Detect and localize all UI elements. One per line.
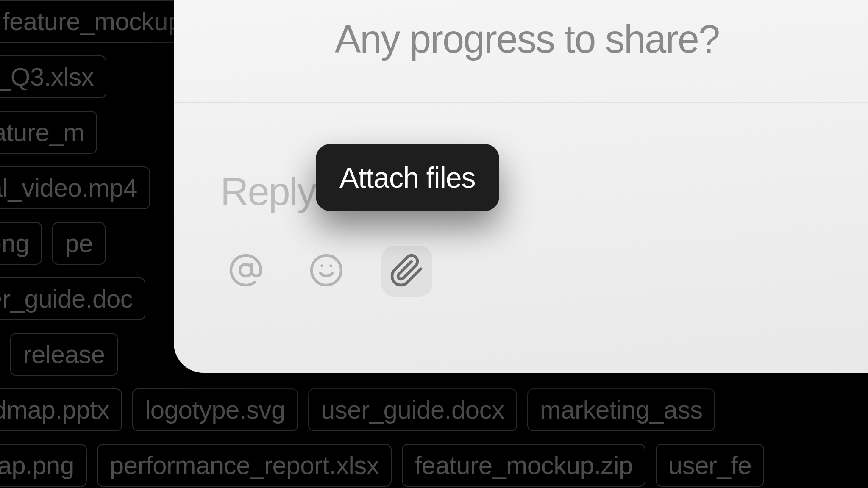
file-chip: feature_m [0,111,97,154]
file-chip: iser_guide.doc [0,277,145,320]
file-chip: oduct_roadmap.pptx [0,388,122,431]
file-chip: ary_Q3.xlsx [0,55,106,98]
file-chip: atmap.png [0,222,42,265]
file-chip: feature_mockup.zip [402,444,645,487]
compose-action-row [220,246,432,297]
at-sign-icon [228,252,264,290]
svg-point-0 [240,264,252,276]
mention-button[interactable] [220,246,271,297]
emoji-button[interactable] [301,246,352,297]
attach-files-tooltip: Attach files [316,144,499,211]
incoming-message-text: Any progress to share? [335,17,719,61]
file-chip: performance_report.xlsx [97,444,392,487]
file-chip: pe [52,222,106,265]
file-chip: user_guide.docx [308,388,517,431]
attach-files-button[interactable] [381,246,432,297]
file-chip: nal_video.mp4 [0,166,150,209]
file-chip: user_fe [656,444,765,487]
card-divider [174,102,868,103]
reply-input-placeholder[interactable]: Reply [220,169,316,214]
reply-card: Any progress to share? Reply Attach file… [174,0,868,373]
paperclip-icon [389,252,425,290]
chip-row: neatmap.pngperformance_report.xlsxfeatur… [0,444,868,487]
file-chip: marketing_ass [527,388,715,431]
file-chip: logotype.svg [132,388,298,431]
svg-point-1 [312,255,341,285]
chip-row: oduct_roadmap.pptxlogotype.svguser_guide… [0,388,868,431]
file-chip: neatmap.png [0,444,87,487]
file-chip: release [10,333,117,376]
smile-icon [309,252,344,290]
